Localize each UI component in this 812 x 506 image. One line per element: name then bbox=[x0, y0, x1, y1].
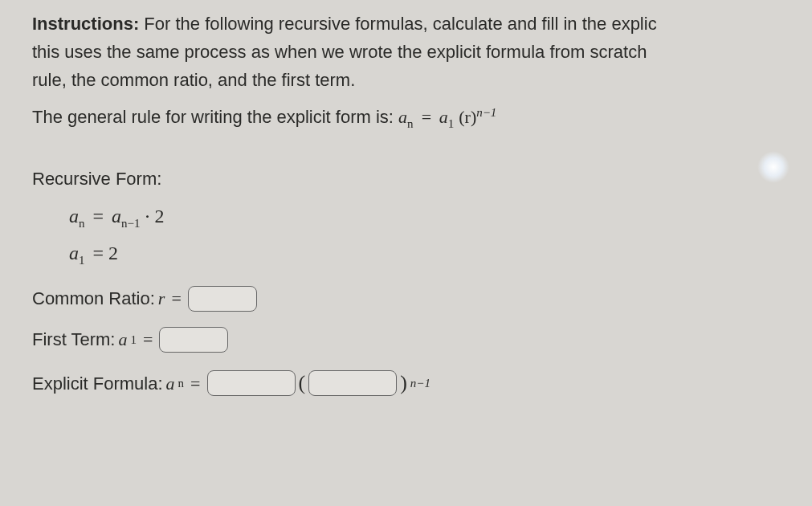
instructions-line1: For the following recursive formulas, ca… bbox=[139, 14, 656, 34]
common-ratio-label: Common Ratio: bbox=[32, 284, 155, 312]
recursive-line2: a1 = 2 bbox=[69, 238, 812, 270]
explicit-open: ( bbox=[299, 366, 306, 400]
instructions-line2: this uses the same process as when we wr… bbox=[32, 42, 647, 62]
lens-glare bbox=[757, 151, 790, 183]
instructions-label: Instructions: bbox=[32, 14, 139, 34]
first-term-label: First Term: bbox=[32, 325, 115, 353]
formula-a: a bbox=[398, 107, 407, 127]
explicit-label: Explicit Formula: bbox=[32, 369, 163, 398]
general-rule-row: The general rule for writing the explici… bbox=[32, 103, 812, 133]
recursive-form-block: an = an−1 · 2 a1 = 2 bbox=[69, 201, 812, 270]
instructions-block: Instructions: For the following recursiv… bbox=[32, 10, 812, 95]
formula-sub-1: 1 bbox=[448, 116, 455, 129]
formula-r: (r) bbox=[459, 107, 476, 127]
explicit-exp: n−1 bbox=[410, 373, 430, 393]
explicit-close: ) bbox=[400, 366, 407, 400]
general-rule-text: The general rule for writing the explici… bbox=[32, 107, 398, 127]
explicit-formula-row: Explicit Formula: an = ( )n−1 bbox=[32, 366, 812, 400]
first-term-var-a: a bbox=[118, 325, 127, 353]
first-term-var-sub: 1 bbox=[130, 330, 137, 349]
common-ratio-var: r bbox=[158, 284, 165, 312]
recursive-form-title: Recursive Form: bbox=[32, 165, 812, 193]
explicit-var-a: a bbox=[166, 369, 175, 398]
explicit-input-2[interactable] bbox=[308, 370, 397, 396]
common-ratio-eq: = bbox=[171, 284, 181, 312]
explicit-input-1[interactable] bbox=[207, 370, 296, 396]
instructions-line3: rule, the common ratio, and the first te… bbox=[32, 70, 355, 90]
first-term-input[interactable] bbox=[159, 327, 228, 353]
formula-a1: a bbox=[439, 107, 448, 127]
first-term-row: First Term: a1 = bbox=[32, 325, 812, 353]
formula-sub-n: n bbox=[407, 116, 414, 129]
explicit-eq: = bbox=[190, 369, 200, 398]
first-term-eq: = bbox=[143, 325, 153, 353]
explicit-var-sub: n bbox=[178, 373, 185, 393]
common-ratio-row: Common Ratio: r = bbox=[32, 284, 812, 312]
common-ratio-input[interactable] bbox=[188, 286, 257, 312]
formula-eq: = bbox=[422, 107, 436, 127]
recursive-line1: an = an−1 · 2 bbox=[69, 201, 812, 233]
formula-exp: n−1 bbox=[476, 106, 496, 119]
